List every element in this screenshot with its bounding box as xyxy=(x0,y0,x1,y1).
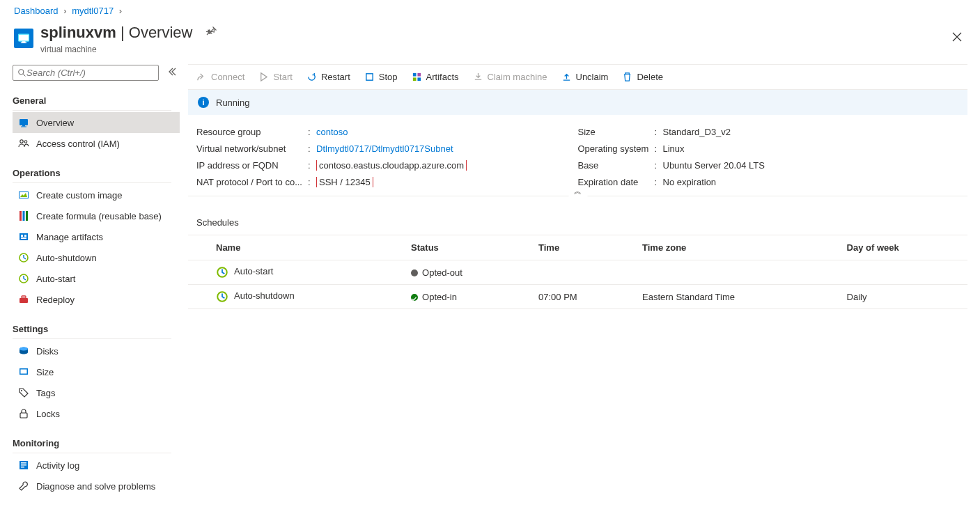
status-text: Running xyxy=(216,97,249,108)
stop-button[interactable]: Stop xyxy=(363,69,399,85)
breadcrumb-resource[interactable]: mydtl0717 xyxy=(72,6,114,16)
prop-value: No expiration xyxy=(663,177,960,187)
prop-value: contoso xyxy=(316,127,578,137)
prop-row: Expiration date:No expiration xyxy=(578,173,960,190)
search-input[interactable] xyxy=(26,68,154,78)
clock-icon xyxy=(216,290,228,303)
table-header[interactable]: Time xyxy=(530,235,634,260)
sidebar-item-label: Locks xyxy=(36,409,60,419)
sidebar: General Overview Access control (IAM) Op… xyxy=(0,64,180,510)
sidebar-item-label: Access control (IAM) xyxy=(36,139,120,149)
prop-row: Resource group:contoso xyxy=(196,123,578,140)
sidebar-item-label: Diagnose and solve problems xyxy=(36,481,155,492)
close-button[interactable] xyxy=(948,26,966,49)
disk-icon xyxy=(18,345,29,357)
table-header[interactable]: Time zone xyxy=(634,235,839,260)
cell-tz xyxy=(634,260,839,285)
table-header[interactable]: Status xyxy=(403,235,530,260)
sidebar-item-size[interactable]: Size xyxy=(13,361,180,382)
prop-value: Linux xyxy=(663,143,960,154)
collapse-props-button[interactable]: ︽ xyxy=(568,186,587,196)
prop-row: Size:Standard_D3_v2 xyxy=(578,123,960,140)
sidebar-item-create-formula[interactable]: Create formula (reusable base) xyxy=(13,205,180,226)
svg-rect-7 xyxy=(22,125,25,127)
svg-rect-19 xyxy=(21,237,26,239)
svg-rect-17 xyxy=(21,235,23,237)
svg-rect-27 xyxy=(21,370,27,374)
cell-time: 07:00 PM xyxy=(530,285,634,309)
restart-icon xyxy=(306,72,317,82)
claim-button[interactable]: Claim machine xyxy=(472,69,549,85)
prop-value: contoso.eastus.cloudapp.azure.com xyxy=(316,160,578,171)
prop-value: Ubuntu Server 20.04 LTS xyxy=(663,160,960,171)
sidebar-item-create-image[interactable]: Create custom image xyxy=(13,185,180,205)
upload-icon xyxy=(561,72,572,82)
svg-rect-38 xyxy=(417,77,421,81)
restart-button[interactable]: Restart xyxy=(305,69,352,85)
svg-rect-6 xyxy=(20,119,28,125)
wrench-icon xyxy=(18,480,29,492)
connect-button[interactable]: Connect xyxy=(195,69,246,85)
download-icon xyxy=(473,72,483,82)
sidebar-item-label: Auto-shutdown xyxy=(36,253,97,263)
table-row[interactable]: Auto-startOpted-out xyxy=(188,260,967,285)
svg-rect-16 xyxy=(20,233,28,240)
svg-rect-29 xyxy=(20,413,27,418)
start-button[interactable]: Start xyxy=(257,69,293,85)
sidebar-item-tags[interactable]: Tags xyxy=(13,382,180,403)
schedules-table: NameStatusTimeTime zoneDay of week Auto-… xyxy=(188,235,967,309)
svg-rect-31 xyxy=(21,462,26,464)
prop-key: Operating system xyxy=(578,143,655,154)
collapse-sidebar-button[interactable] xyxy=(164,64,180,81)
sidebar-item-disks[interactable]: Disks xyxy=(13,341,180,361)
chevron-right-icon: › xyxy=(119,6,122,16)
table-header[interactable]: Name xyxy=(188,235,403,260)
cell-status: Opted-out xyxy=(403,260,530,285)
table-row[interactable]: Auto-shutdownOpted-in07:00 PMEastern Sta… xyxy=(188,285,967,309)
toolbar: Connect Start Restart Stop Artifacts Cla… xyxy=(188,64,967,90)
prop-key: Size xyxy=(578,127,655,137)
page-title: splinuxvm xyxy=(40,24,116,42)
prop-link[interactable]: contoso xyxy=(316,127,348,137)
table-header[interactable]: Day of week xyxy=(839,235,967,260)
svg-rect-15 xyxy=(26,211,28,221)
search-input-wrap[interactable] xyxy=(13,65,159,81)
breadcrumb: Dashboard › mydtl0717 › xyxy=(0,0,980,19)
sidebar-item-label: Activity log xyxy=(36,460,79,471)
prop-key: Base xyxy=(578,160,655,171)
sidebar-item-redeploy[interactable]: Redeploy xyxy=(13,289,180,310)
prop-row: Base:Ubuntu Server 20.04 LTS xyxy=(578,157,960,173)
svg-rect-0 xyxy=(19,34,29,41)
prop-value: SSH / 12345 xyxy=(316,177,578,187)
cell-dow: Daily xyxy=(839,285,967,309)
sidebar-item-activity-log[interactable]: Activity log xyxy=(13,455,180,476)
prop-value: Standard_D3_v2 xyxy=(663,127,960,137)
toolbox-icon xyxy=(18,294,29,305)
pin-button[interactable] xyxy=(202,22,221,43)
prop-row: Virtual network/subnet:Dtlmydtl0717/Dtlm… xyxy=(196,140,578,157)
sidebar-item-iam[interactable]: Access control (IAM) xyxy=(13,133,180,154)
sidebar-item-auto-start[interactable]: Auto-start xyxy=(13,268,180,289)
sidebar-item-locks[interactable]: Locks xyxy=(13,403,180,424)
prop-link[interactable]: Dtlmydtl0717/Dtlmydtl0717Subnet xyxy=(316,143,453,154)
svg-point-4 xyxy=(19,70,24,75)
artifacts-button[interactable]: Artifacts xyxy=(410,69,460,85)
sidebar-item-auto-shutdown[interactable]: Auto-shutdown xyxy=(13,247,180,268)
cell-name: Auto-start xyxy=(188,260,403,285)
breadcrumb-dashboard[interactable]: Dashboard xyxy=(14,6,59,16)
page-section-name: Overview xyxy=(129,24,193,42)
svg-rect-23 xyxy=(22,296,26,298)
people-icon xyxy=(18,138,29,149)
unclaim-button[interactable]: Unclaim xyxy=(560,69,610,85)
sidebar-item-overview[interactable]: Overview xyxy=(13,112,180,133)
prop-key: IP address or FQDN xyxy=(196,160,308,171)
prop-key: Virtual network/subnet xyxy=(196,143,308,154)
sidebar-item-artifacts[interactable]: Manage artifacts xyxy=(13,226,180,247)
svg-point-10 xyxy=(24,141,27,143)
sidebar-heading-settings: Settings xyxy=(13,320,171,339)
formula-icon xyxy=(18,210,29,221)
delete-button[interactable]: Delete xyxy=(621,69,664,85)
svg-point-28 xyxy=(21,390,22,391)
sidebar-item-diagnose[interactable]: Diagnose and solve problems xyxy=(13,476,180,497)
image-icon xyxy=(18,189,29,201)
